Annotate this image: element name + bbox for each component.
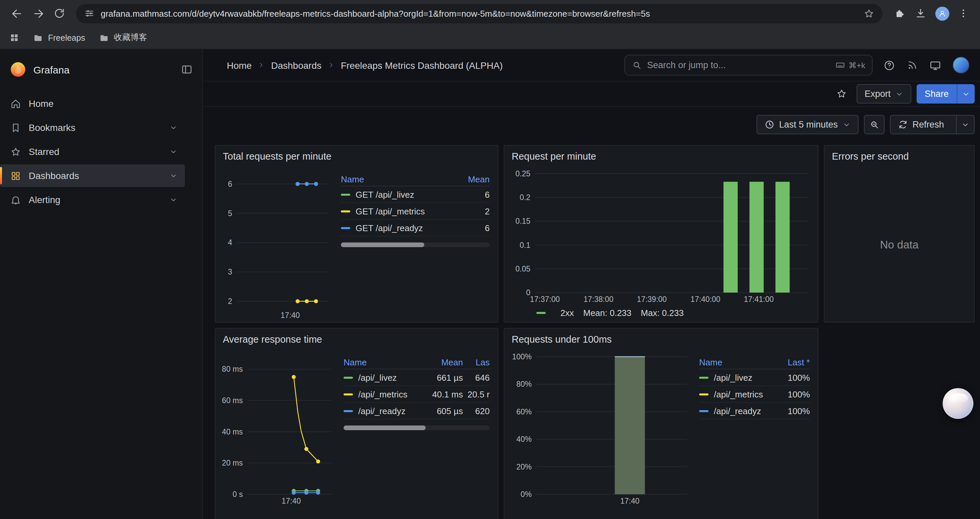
star-icon (10, 146, 21, 157)
rss-icon[interactable] (907, 59, 918, 71)
series-value: 605 µs (422, 406, 463, 416)
panel-title[interactable]: Average response time (223, 334, 322, 345)
chevron-down-icon (895, 90, 903, 98)
bar-chart[interactable]: 0%20%40%60%80%100%17:40 (508, 351, 692, 506)
panel-title[interactable]: Request per minute (512, 151, 596, 162)
legend-header-cell[interactable]: Las (463, 357, 490, 367)
legend-row[interactable]: GET /api/_readyz6 (341, 220, 490, 236)
legend-header-cell[interactable]: Mean (422, 357, 463, 367)
grafana-logo[interactable] (10, 61, 27, 78)
legend-row[interactable]: /api/_livez661 µs646 (344, 369, 490, 386)
export-button[interactable]: Export (857, 84, 911, 104)
breadcrumb-home[interactable]: Home (227, 60, 252, 70)
sidebar-item-alerting[interactable]: Alerting (0, 188, 185, 211)
svg-text:0.05: 0.05 (515, 265, 530, 273)
series-value: 6 (456, 223, 490, 233)
panel-title[interactable]: Total requests per minute (223, 151, 332, 162)
sidebar-item-label: Bookmarks (29, 122, 75, 133)
user-avatar[interactable] (953, 57, 969, 73)
bookmark-star-icon[interactable] (863, 8, 875, 19)
series-value: 620 (463, 406, 490, 416)
zoom-out-button[interactable] (864, 115, 884, 134)
svg-text:0 s: 0 s (232, 490, 243, 498)
sidebar-item-bookmarks[interactable]: Bookmarks (0, 116, 185, 139)
breadcrumb-dashboards[interactable]: Dashboards (271, 60, 321, 70)
svg-text:3: 3 (228, 268, 232, 276)
url-text[interactable]: grafana.mathmast.com/d/deytv4rwavabkb/fr… (101, 8, 857, 18)
svg-text:100%: 100% (512, 352, 532, 361)
timeseries-chart[interactable]: 0 s20 ms40 ms60 ms80 ms17:40 (220, 351, 337, 506)
svg-text:17:39:00: 17:39:00 (637, 295, 667, 303)
monitor-icon[interactable] (929, 59, 941, 71)
svg-text:0.15: 0.15 (515, 217, 530, 225)
panel-title[interactable]: Requests under 100ms (512, 334, 612, 345)
bookmark-item[interactable]: Freeleaps (33, 32, 85, 43)
legend-row[interactable]: /api/_metrics40.1 ms20.5 r (344, 386, 490, 403)
svg-text:40%: 40% (516, 435, 532, 444)
share-dropdown-icon[interactable] (957, 84, 975, 104)
legend-row[interactable]: /api/_readyz605 µs620 (344, 403, 490, 420)
sidebar-toggle-icon[interactable] (181, 64, 193, 75)
bar-chart[interactable]: 00.050.10.150.20.2517:37:0017:38:0017:39… (508, 168, 814, 305)
sidebar-item-starred[interactable]: Starred (0, 140, 185, 163)
back-button[interactable] (7, 3, 27, 23)
timeseries-chart[interactable]: 2345617:40 (220, 168, 334, 321)
series-value: 646 (463, 372, 490, 382)
favorite-star-icon[interactable] (832, 85, 851, 103)
share-button[interactable]: Share (916, 84, 975, 104)
series-color-swatch (344, 393, 353, 395)
browser-toolbar: grafana.mathmast.com/d/deytv4rwavabkb/fr… (0, 0, 980, 27)
series-name: /api/_readyz (358, 406, 422, 416)
browser-profile-icon[interactable] (932, 3, 952, 23)
bell-icon (10, 194, 21, 205)
browser-window: grafana.mathmast.com/d/deytv4rwavabkb/fr… (0, 0, 980, 519)
legend-row[interactable]: /api/_livez100% (699, 369, 810, 386)
series-color-swatch (344, 376, 353, 378)
legend-header-cell[interactable]: Name (344, 357, 422, 367)
legend-header-cell[interactable]: Name (341, 174, 456, 184)
search-input[interactable]: Search or jump to... ⌘+k (624, 55, 873, 75)
clock-icon (765, 120, 775, 129)
legend-row[interactable]: /api/_metrics100% (699, 386, 810, 403)
series-color-swatch (341, 193, 350, 195)
chevron-down-icon[interactable] (169, 195, 178, 204)
legend-row[interactable]: /api/_readyz100% (699, 403, 810, 420)
sidebar-item-label: Dashboards (29, 170, 79, 181)
legend-header-cell[interactable]: Name (699, 357, 775, 367)
sidebar-item-label: Alerting (29, 194, 60, 205)
svg-text:17:37:00: 17:37:00 (530, 295, 560, 303)
sidebar-item-dashboards[interactable]: Dashboards (0, 164, 185, 187)
legend-row[interactable]: GET /api/_metrics2 (341, 203, 490, 220)
refresh-interval-dropdown[interactable] (956, 115, 974, 134)
assistant-avatar[interactable] (943, 388, 973, 419)
download-icon[interactable] (911, 3, 931, 23)
panel-title[interactable]: Errors per second (832, 151, 909, 162)
browser-menu-icon[interactable] (953, 3, 973, 23)
legend-scrollbar[interactable] (341, 243, 490, 247)
series-name[interactable]: 2xx (560, 308, 574, 318)
forward-button[interactable] (28, 3, 48, 23)
reload-button[interactable] (49, 3, 69, 23)
refresh-button[interactable]: Refresh (889, 115, 975, 134)
legend-table: NameLast */api/_livez100%/api/_metrics10… (692, 351, 814, 519)
chevron-down-icon[interactable] (169, 147, 178, 156)
chevron-down-icon[interactable] (169, 123, 178, 132)
help-icon[interactable] (883, 59, 895, 71)
site-info-icon[interactable] (84, 8, 95, 19)
bookmark-item[interactable]: 收藏博客 (99, 32, 147, 43)
time-range-picker[interactable]: Last 5 minutes (757, 115, 859, 134)
legend-header-cell[interactable]: Mean (456, 174, 490, 184)
sidebar-item-home[interactable]: Home (0, 92, 185, 115)
svg-text:0.25: 0.25 (515, 169, 530, 178)
legend-scrollbar[interactable] (344, 425, 490, 430)
series-value: 20.5 r (463, 389, 490, 399)
apps-grid-icon[interactable] (10, 33, 19, 43)
address-bar[interactable]: grafana.mathmast.com/d/deytv4rwavabkb/fr… (76, 4, 883, 23)
search-placeholder: Search or jump to... (647, 60, 726, 70)
extensions-icon[interactable] (889, 3, 909, 23)
legend-row[interactable]: GET /api/_livez6 (341, 186, 490, 203)
chevron-down-icon[interactable] (169, 171, 178, 180)
series-max: Max: 0.233 (641, 308, 684, 318)
series-name: GET /api/_metrics (356, 206, 456, 216)
legend-header-cell[interactable]: Last * (775, 357, 810, 367)
